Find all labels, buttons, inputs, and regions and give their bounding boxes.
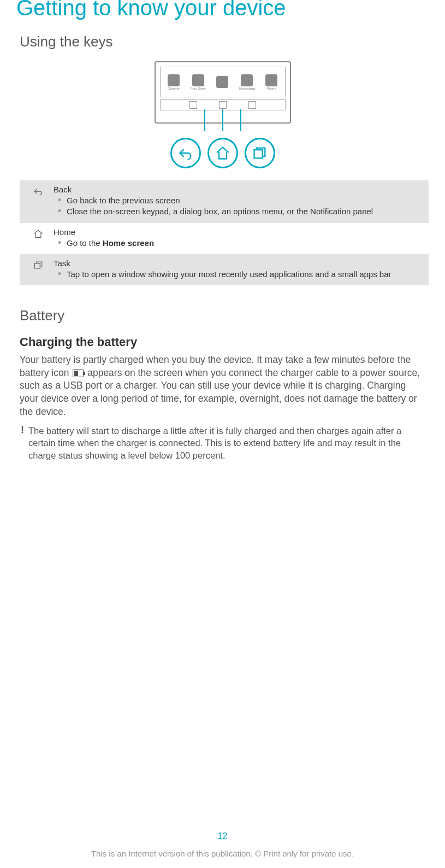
key-row-task: Task Tap to open a window showing your m… (20, 254, 429, 285)
key-row-home: Home Go to the Home screen (20, 223, 429, 254)
home-circle-icon (207, 138, 238, 168)
callout-circles (155, 138, 291, 168)
app-icon (216, 76, 228, 88)
page-number: 12 (0, 831, 445, 841)
important-icon: ! (20, 425, 25, 461)
app-label: Phone (266, 87, 276, 90)
battery-icon (73, 370, 84, 377)
nav-task-small-icon (248, 101, 256, 109)
app-icon (168, 74, 180, 86)
key-title: Back (54, 185, 423, 194)
key-title: Task (54, 259, 423, 268)
app-icon (265, 74, 277, 86)
key-row-back: Back Go back to the previous screen Clos… (20, 180, 429, 223)
key-title: Home (54, 227, 423, 237)
key-bullet: Go to the Home screen (54, 238, 423, 249)
key-bullet: Close the on-screen keypad, a dialog box… (54, 206, 423, 217)
page-title: Getting to know your device (16, 0, 429, 20)
app-label: Play Store (191, 87, 206, 90)
battery-heading: Battery (20, 307, 429, 324)
svg-rect-1 (34, 263, 40, 268)
task-icon (23, 259, 54, 280)
copyright-text: This is an Internet version of this publ… (0, 849, 445, 858)
note-text: The battery will start to discharge a li… (28, 425, 429, 461)
app-icon (241, 74, 253, 86)
back-circle-icon (170, 138, 201, 168)
nav-home-small-icon (219, 101, 227, 109)
app-label: Chrome (168, 87, 179, 90)
charging-heading: Charging the battery (20, 335, 429, 349)
key-bullet: Go back to the previous screen (54, 195, 423, 206)
phone-screen: Chrome Play Store Messaging Phone (160, 67, 286, 97)
key-bullet: Tap to open a window showing your most r… (54, 269, 423, 280)
svg-rect-0 (254, 150, 262, 158)
back-icon (23, 185, 54, 218)
app-icon (192, 74, 204, 86)
using-keys-heading: Using the keys (20, 33, 429, 50)
battery-note: ! The battery will start to discharge a … (20, 425, 429, 461)
nav-back-small-icon (189, 101, 197, 109)
task-circle-icon (245, 138, 275, 168)
phone-nav-bar (160, 99, 286, 110)
app-label: Messaging (239, 87, 255, 90)
charging-paragraph: Your battery is partly charged when you … (20, 354, 429, 418)
home-icon (23, 227, 54, 249)
keys-table: Back Go back to the previous screen Clos… (20, 180, 429, 285)
keys-illustration: Chrome Play Store Messaging Phone (16, 61, 429, 168)
